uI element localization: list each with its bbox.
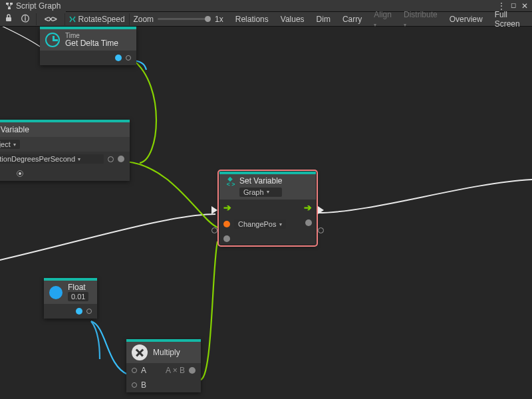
svg-rect-1 xyxy=(10,3,13,5)
multiply-icon xyxy=(132,344,148,360)
output-port-name[interactable] xyxy=(108,156,114,162)
toggle-relations[interactable]: Relations xyxy=(231,14,273,25)
menu-align[interactable]: Align ▾ xyxy=(370,9,396,29)
input-b-label: B xyxy=(141,380,146,390)
output-expr: A × B xyxy=(166,366,185,375)
node-title: Set Variable xyxy=(239,177,282,186)
float-value-field[interactable]: 0.01 xyxy=(68,292,88,301)
menu-distribute[interactable]: Distribute ▾ xyxy=(400,9,442,29)
exterior-in-port[interactable] xyxy=(211,227,217,233)
svg-rect-2 xyxy=(8,7,11,9)
svg-text:< >: < > xyxy=(227,181,235,188)
node-title: Float xyxy=(68,283,88,292)
output-port-value[interactable] xyxy=(76,308,82,315)
output-port-value[interactable] xyxy=(305,219,312,226)
graph-scope-icon[interactable]: <×> xyxy=(41,15,61,24)
variable-name-dropdown[interactable]: ChangePos▾ xyxy=(234,219,286,229)
clock-icon xyxy=(45,33,60,47)
input-port-name[interactable] xyxy=(223,221,230,227)
toggle-values[interactable]: Values xyxy=(277,14,309,25)
lock-icon[interactable] xyxy=(3,14,15,24)
tab-bar: Script Graph ⋮ ◻ ✕ xyxy=(0,0,532,12)
output-port-generic[interactable] xyxy=(86,309,92,314)
flow-out-port[interactable]: ➔ xyxy=(304,202,312,213)
graph-variable-chip[interactable]: RotateSpeed xyxy=(69,15,125,24)
toolbar-varname: RotateSpeed xyxy=(78,15,125,24)
toggle-fullscreen[interactable]: Full Screen xyxy=(491,9,529,29)
scope-dropdown[interactable]: Object▾ xyxy=(0,140,20,149)
input-port-b[interactable] xyxy=(132,382,137,388)
output-port-value[interactable] xyxy=(118,156,124,162)
tab-script-graph[interactable]: Script Graph xyxy=(0,0,66,12)
output-port-result[interactable] xyxy=(189,367,196,374)
output-port-value[interactable] xyxy=(115,55,122,61)
output-port-generic[interactable] xyxy=(126,55,131,61)
variable-name-dropdown[interactable]: otationDegreesPerSecond▾ xyxy=(0,154,104,164)
node-title: Get Delta Time xyxy=(65,39,118,48)
variable-scope-icon: < > xyxy=(225,177,235,188)
svg-rect-0 xyxy=(6,3,9,5)
flow-out-triangle[interactable] xyxy=(318,206,324,214)
zoom-label: Zoom xyxy=(133,15,154,24)
flow-in-triangle[interactable] xyxy=(211,206,217,214)
self-toggle[interactable] xyxy=(17,170,23,177)
graph-toolbar: ⓘ <×> RotateSpeed Zoom 1x Relations Valu… xyxy=(0,12,532,27)
graph-icon xyxy=(5,2,13,10)
tab-title: Script Graph xyxy=(16,1,61,11)
zoom-slider[interactable] xyxy=(158,18,211,20)
graph-canvas[interactable]: Time Get Delta Time Get Variable Object▾… xyxy=(0,27,532,399)
variable-icon xyxy=(69,16,76,23)
flow-in-port[interactable]: ➔ xyxy=(223,202,231,213)
node-float[interactable]: Float 0.01 xyxy=(44,278,97,319)
node-title: Multiply xyxy=(153,348,180,357)
node-title: Get Variable xyxy=(0,125,29,134)
input-port-value[interactable] xyxy=(223,235,230,242)
info-icon[interactable]: ⓘ xyxy=(19,13,32,25)
node-get-delta-time[interactable]: Time Get Delta Time xyxy=(40,27,136,65)
input-port-a[interactable] xyxy=(132,368,137,373)
toggle-dim[interactable]: Dim xyxy=(313,14,334,25)
node-multiply[interactable]: Multiply A A × B B xyxy=(126,339,201,392)
svg-rect-3 xyxy=(6,17,11,21)
exterior-out-port[interactable] xyxy=(318,227,324,233)
scope-dropdown[interactable]: Graph▾ xyxy=(239,188,282,197)
float-type-icon xyxy=(49,286,63,299)
node-get-variable[interactable]: Get Variable Object▾ otationDegreesPerSe… xyxy=(0,120,130,181)
toggle-overview[interactable]: Overview xyxy=(446,14,487,25)
input-a-label: A xyxy=(141,366,146,375)
node-set-variable[interactable]: < > Set Variable Graph▾ ➔ ChangePos▾ ➔ xyxy=(219,172,316,245)
zoom-value: 1x xyxy=(215,15,223,24)
toggle-carry[interactable]: Carry xyxy=(338,14,366,25)
